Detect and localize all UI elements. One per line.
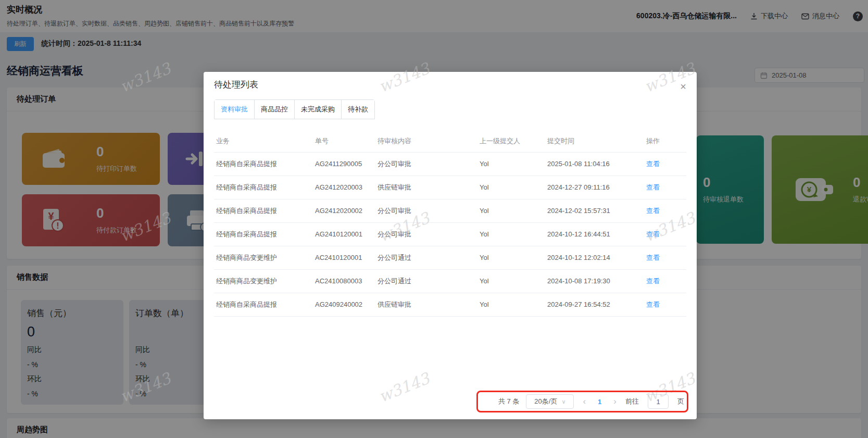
tab-pending-supplement[interactable]: 待补款 — [341, 100, 374, 119]
table-cell: 2024-12-27 09:11:16 — [545, 176, 644, 199]
table-cell: Yol — [477, 269, 545, 293]
table-cell: 2024-10-08 17:19:30 — [545, 269, 644, 293]
table-header-row: 业务 单号 待审核内容 上一级提交人 提交时间 操作 — [214, 130, 686, 152]
table-cell: Yol — [477, 293, 545, 316]
table-row: 经销商自采商品提报AG2412020003供应链审批Yol2024-12-27 … — [214, 176, 686, 199]
table-cell: 2025-01-08 11:04:16 — [545, 152, 644, 176]
view-link[interactable]: 查看 — [646, 160, 660, 168]
tab-unfinished-purchase[interactable]: 未完成采购 — [294, 100, 341, 119]
tab-product-qc[interactable]: 商品品控 — [254, 100, 294, 119]
table-cell: 经销商商品变更维护 — [214, 246, 313, 269]
table-cell-action: 查看 — [644, 152, 686, 176]
table-cell-action: 查看 — [644, 246, 686, 269]
view-link[interactable]: 查看 — [646, 277, 660, 285]
pagination-total: 共 7 条 — [498, 397, 519, 406]
table-cell-action: 查看 — [644, 199, 686, 222]
table-cell: Yol — [477, 152, 545, 176]
table-cell-action: 查看 — [644, 222, 686, 246]
table-cell: 经销商商品变更维护 — [214, 269, 313, 293]
table-cell: AG2412020003 — [313, 176, 375, 199]
pending-table: 业务 单号 待审核内容 上一级提交人 提交时间 操作 经销商自采商品提报AG24… — [214, 130, 686, 317]
table-cell: AG2412020002 — [313, 199, 375, 222]
prev-page-button[interactable]: ‹ — [581, 396, 588, 407]
col-business: 业务 — [214, 130, 313, 152]
table-cell: 2024-10-12 16:44:51 — [545, 222, 644, 246]
view-link[interactable]: 查看 — [646, 207, 660, 215]
table-cell: 经销商自采商品提报 — [214, 176, 313, 199]
col-order-no: 单号 — [313, 130, 375, 152]
table-cell: 经销商自采商品提报 — [214, 222, 313, 246]
table-cell: 经销商自采商品提报 — [214, 293, 313, 316]
current-page[interactable]: 1 — [595, 398, 605, 406]
view-link[interactable]: 查看 — [646, 254, 660, 261]
next-page-button[interactable]: › — [611, 396, 619, 407]
table-cell: 分公司通过 — [375, 269, 477, 293]
chevron-down-icon: ∨ — [561, 398, 565, 405]
table-cell: Yol — [477, 222, 545, 246]
table-row: 经销商自采商品提报AG2410120001分公司审批Yol2024-10-12 … — [214, 222, 686, 246]
table-cell: Yol — [477, 176, 545, 199]
modal-title: 待处理列表 — [214, 79, 258, 91]
table-cell: 2024-10-12 12:02:14 — [545, 246, 644, 269]
col-submitter: 上一级提交人 — [477, 130, 545, 152]
table-cell: 经销商自采商品提报 — [214, 152, 313, 176]
close-icon[interactable]: × — [680, 81, 686, 92]
table-cell: Yol — [477, 199, 545, 222]
table-cell: Yol — [477, 246, 545, 269]
table-row: 经销商商品变更维护AC2410120001分公司通过Yol2024-10-12 … — [214, 246, 686, 269]
col-review-content: 待审核内容 — [375, 130, 477, 152]
table-cell: AC2410120001 — [313, 246, 375, 269]
table-row: 经销商自采商品提报AG2411290005分公司审批Yol2025-01-08 … — [214, 152, 686, 176]
view-link[interactable]: 查看 — [646, 183, 660, 191]
table-cell: 分公司审批 — [375, 199, 477, 222]
table-row: 经销商自采商品提报AG2412020002分公司审批Yol2024-12-02 … — [214, 199, 686, 222]
page-size-select[interactable]: 20条/页 ∨ — [526, 394, 574, 409]
goto-label: 前往 — [625, 397, 639, 406]
table-cell: 经销商自采商品提报 — [214, 199, 313, 222]
view-link[interactable]: 查看 — [646, 301, 660, 308]
table-cell: 分公司审批 — [375, 222, 477, 246]
table-cell-action: 查看 — [644, 269, 686, 293]
table-cell: 2024-09-27 16:54:52 — [545, 293, 644, 316]
pagination: 共 7 条 20条/页 ∨ ‹ 1 › 前往 页 — [498, 393, 684, 410]
col-action: 操作 — [644, 130, 686, 152]
table-cell: AC2410080003 — [313, 269, 375, 293]
table-cell: 2024-12-02 15:57:31 — [545, 199, 644, 222]
table-cell: AG2409240002 — [313, 293, 375, 316]
table-cell: AG2411290005 — [313, 152, 375, 176]
table-cell: 分公司通过 — [375, 246, 477, 269]
pending-table-body: 经销商自采商品提报AG2411290005分公司审批Yol2025-01-08 … — [214, 152, 686, 316]
pending-list-modal: 待处理列表 × 资料审批 商品品控 未完成采购 待补款 业务 单号 待审核内容 … — [204, 72, 697, 419]
table-cell: AG2410120001 — [313, 222, 375, 246]
page-label: 页 — [677, 397, 684, 406]
page: 实时概况 待处理订单、待退款订单、实时数据、品类销售、周趋势图、店铺销售前十、商… — [0, 0, 868, 438]
modal-tabs: 资料审批 商品品控 未完成采购 待补款 — [214, 99, 375, 119]
table-row: 经销商自采商品提报AG2409240002供应链审批Yol2024-09-27 … — [214, 293, 686, 316]
table-cell: 供应链审批 — [375, 293, 477, 316]
tab-data-approval[interactable]: 资料审批 — [215, 100, 254, 119]
table-cell-action: 查看 — [644, 176, 686, 199]
view-link[interactable]: 查看 — [646, 230, 660, 238]
table-cell: 分公司审批 — [375, 152, 477, 176]
table-cell: 供应链审批 — [375, 176, 477, 199]
goto-page-input[interactable] — [648, 394, 669, 409]
col-submit-time: 提交时间 — [545, 130, 644, 152]
table-row: 经销商商品变更维护AC2410080003分公司通过Yol2024-10-08 … — [214, 269, 686, 293]
page-size-value: 20条/页 — [534, 397, 557, 406]
table-cell-action: 查看 — [644, 293, 686, 316]
